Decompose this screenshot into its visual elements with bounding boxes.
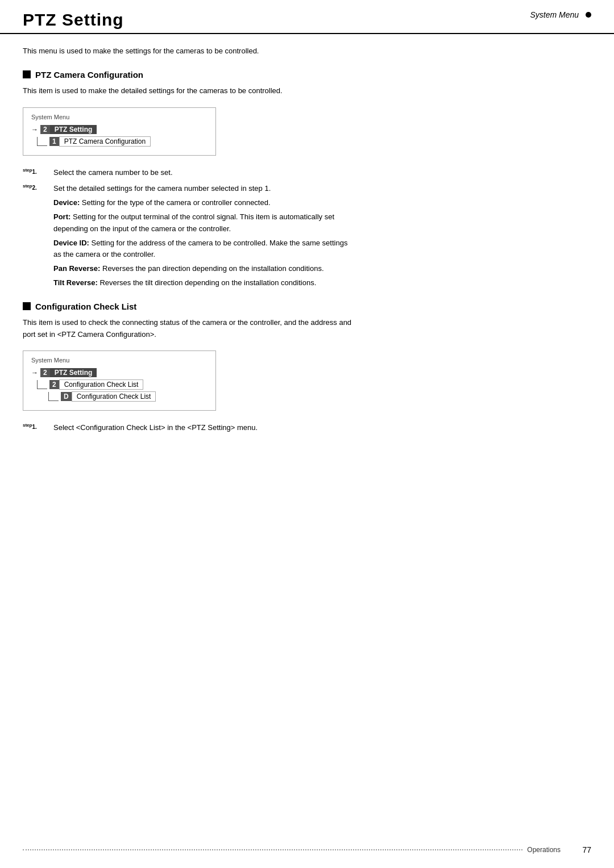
section1-node1-label: PTZ Setting	[50, 125, 97, 134]
section2-arrow-icon: →	[31, 369, 38, 377]
section1-arrow-icon: →	[31, 126, 38, 133]
section2-node2-num: 2	[49, 380, 59, 389]
section1-step1-content: Select the camera number to be set.	[53, 167, 352, 179]
section1-desc: This item is used to make the detailed s…	[23, 85, 352, 97]
page-footer: Operations 77	[0, 845, 614, 854]
section2-step1-label: step1.	[23, 422, 50, 430]
section1-diagram-label: System Menu	[31, 114, 208, 120]
section2-step1-content: Select <Configuration Check List> in the…	[53, 422, 352, 434]
step2-line2: Device: Setting for the type of the came…	[53, 197, 352, 209]
section2-diagram-row1: → 2 PTZ Setting	[31, 368, 208, 377]
section1-step1: step1. Select the camera number to be se…	[23, 167, 352, 179]
section2-node3-label: Configuration Check List	[72, 391, 156, 402]
section2-heading: Configuration Check List	[23, 302, 591, 311]
section2-tree-item2: D Configuration Check List	[48, 391, 208, 402]
section2-node3-num: D	[61, 392, 72, 401]
footer-dots	[23, 849, 522, 850]
section2-node1-label: PTZ Setting	[50, 368, 97, 377]
section2-heading-label: Configuration Check List	[35, 302, 136, 311]
section1-step2-label: step2.	[23, 183, 50, 191]
section1-diagram: System Menu → 2 PTZ Setting 1 PTZ Camera…	[23, 107, 216, 156]
section1-node2-num: 1	[49, 137, 59, 146]
section2-tree-branch1-icon	[37, 380, 47, 389]
section1-heading-label: PTZ Camera Configuration	[35, 70, 143, 80]
step2-line6: Tilt Reverse: Reverses the tilt directio…	[53, 277, 352, 289]
step2-line1: Set the detailed settings for the camera…	[53, 183, 352, 195]
section1-node1: 2 PTZ Setting	[40, 125, 97, 134]
section1-diagram-tree: 1 PTZ Camera Configuration	[37, 136, 208, 147]
section2-step1: step1. Select <Configuration Check List>…	[23, 422, 352, 434]
header-dot-icon	[586, 12, 591, 18]
footer-operations-label: Operations	[527, 846, 561, 854]
section2-node2-label: Configuration Check List	[59, 379, 144, 390]
section1-step1-label: step1.	[23, 167, 50, 175]
header-right: System Menu	[530, 10, 591, 19]
section2-diagram-tree: 2 Configuration Check List D Configurati…	[37, 379, 208, 402]
section2-diagram: System Menu → 2 PTZ Setting 2 Configurat…	[23, 350, 216, 411]
system-menu-label: System Menu	[530, 10, 579, 19]
section-heading-square-icon	[23, 70, 31, 78]
step2-line3: Port: Setting for the output terminal of…	[53, 211, 352, 235]
main-content: This menu is used to make the settings f…	[0, 34, 614, 461]
section2-diagram-label: System Menu	[31, 357, 208, 364]
section2-tree-branch2-icon	[48, 392, 59, 401]
section1-tree-item1: 1 PTZ Camera Configuration	[37, 136, 208, 147]
section2-heading-square-icon	[23, 302, 31, 310]
section1-step2: step2. Set the detailed settings for the…	[23, 183, 352, 291]
step2-line4: Device ID: Setting for the address of th…	[53, 237, 352, 261]
section2-desc: This item is used to check the connectin…	[23, 317, 352, 341]
section1-heading: PTZ Camera Configuration	[23, 70, 591, 80]
footer-page-number: 77	[578, 845, 591, 854]
section2-tree-item1: 2 Configuration Check List	[37, 379, 208, 390]
step2-line5: Pan Reverse: Reverses the pan direction …	[53, 263, 352, 275]
intro-text: This menu is used to make the settings f…	[23, 45, 341, 57]
section1-diagram-row1: → 2 PTZ Setting	[31, 125, 208, 134]
page-title: PTZ Setting	[23, 10, 124, 30]
section1-tree-branch-icon	[37, 137, 47, 146]
section1-node1-num: 2	[40, 125, 50, 134]
section1-node2-label: PTZ Camera Configuration	[59, 136, 151, 147]
page-header: PTZ Setting System Menu	[0, 0, 614, 34]
section2-node1: 2 PTZ Setting	[40, 368, 97, 377]
section1-step2-content: Set the detailed settings for the camera…	[53, 183, 352, 291]
section2-node1-num: 2	[40, 368, 50, 377]
